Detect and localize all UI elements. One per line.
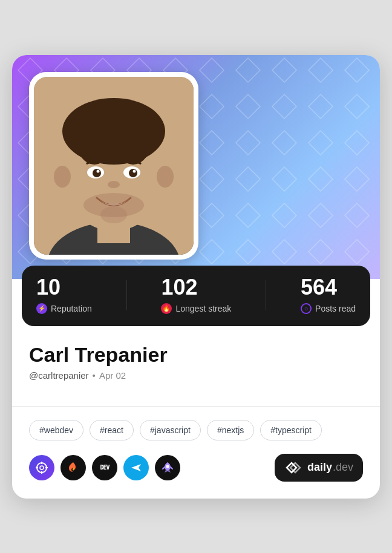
stat-reputation: 10 ⚡ Reputation xyxy=(36,276,92,314)
profile-card: 10 ⚡ Reputation 102 🔥 Longest streak 564… xyxy=(12,55,380,499)
streak-value: 102 xyxy=(161,276,231,298)
daily-dev-icon xyxy=(284,460,302,476)
svg-point-18 xyxy=(37,463,47,473)
svg-point-5 xyxy=(76,116,113,165)
reputation-label: ⚡ Reputation xyxy=(36,303,92,314)
tag-javascript[interactable]: #javascript xyxy=(140,420,201,440)
stat-divider-1 xyxy=(126,280,127,310)
stats-bar: 10 ⚡ Reputation 102 🔥 Longest streak 564… xyxy=(22,266,370,326)
profile-joined: Apr 02 xyxy=(99,370,126,381)
svg-point-24 xyxy=(166,465,169,468)
bottom-section: DEV xyxy=(12,440,380,499)
svg-point-13 xyxy=(97,169,100,172)
tags-section: #webdev #react #javascript #nextjs #type… xyxy=(12,420,380,440)
community-icon-rocket[interactable] xyxy=(155,455,180,480)
avatar xyxy=(34,77,194,255)
daily-logo-suffix: .dev xyxy=(333,461,353,474)
stat-streak: 102 🔥 Longest streak xyxy=(161,276,231,314)
posts-read-icon: ○ xyxy=(301,303,312,314)
daily-dev-logo: daily.dev xyxy=(275,454,363,482)
svg-point-6 xyxy=(115,116,151,165)
stat-divider-2 xyxy=(266,280,266,310)
community-icons: DEV xyxy=(29,455,180,480)
streak-label: 🔥 Longest streak xyxy=(161,303,231,314)
svg-point-14 xyxy=(133,169,136,172)
svg-point-11 xyxy=(93,169,101,177)
avatar-container xyxy=(29,72,198,260)
profile-username: @carltrepanier xyxy=(29,370,89,381)
profile-info: Carl Trepanier @carltrepanier • Apr 02 xyxy=(12,326,380,393)
svg-point-23 xyxy=(40,466,44,470)
tag-webdev[interactable]: #webdev xyxy=(29,420,83,440)
tag-nextjs[interactable]: #nextjs xyxy=(207,420,254,440)
meta-dot: • xyxy=(93,370,96,381)
reputation-icon: ⚡ xyxy=(36,303,47,314)
profile-name: Carl Trepanier xyxy=(29,343,363,367)
community-icon-crosshair[interactable] xyxy=(29,455,54,480)
svg-point-8 xyxy=(157,166,174,188)
profile-meta: @carltrepanier • Apr 02 xyxy=(29,370,363,381)
tag-react[interactable]: #react xyxy=(90,420,134,440)
daily-logo-text: daily xyxy=(307,461,332,474)
svg-point-7 xyxy=(54,166,71,188)
community-icon-freecamp[interactable] xyxy=(60,455,86,480)
community-icon-plane[interactable] xyxy=(123,455,149,480)
hero-section xyxy=(12,55,380,279)
posts-read-value: 564 xyxy=(301,276,356,298)
svg-point-12 xyxy=(129,169,137,177)
reputation-value: 10 xyxy=(36,276,92,298)
stat-posts-read: 564 ○ Posts read xyxy=(301,276,356,314)
tag-typescript[interactable]: #typescript xyxy=(260,420,322,440)
community-icon-dev[interactable]: DEV xyxy=(92,455,117,480)
svg-point-17 xyxy=(100,206,127,223)
posts-read-label: ○ Posts read xyxy=(301,303,356,314)
daily-dev-text: daily.dev xyxy=(307,461,353,474)
divider xyxy=(12,406,380,407)
streak-icon: 🔥 xyxy=(161,303,172,314)
